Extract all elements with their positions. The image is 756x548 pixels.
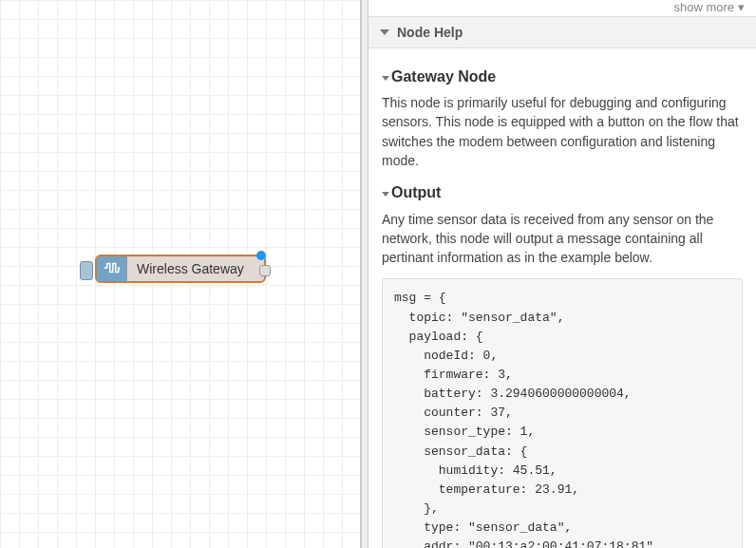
section-title: Node Help — [397, 25, 463, 40]
help-paragraph: Any time sensor data is received from an… — [382, 210, 743, 268]
panel-splitter[interactable] — [361, 0, 369, 548]
help-paragraph: This node is primarily useful for debugg… — [382, 93, 743, 170]
code-example: msg = { topic: "sensor_data", payload: {… — [382, 278, 743, 548]
chevron-down-icon: ▾ — [738, 0, 745, 14]
node-trigger-button[interactable] — [80, 261, 93, 280]
chevron-down-icon — [380, 29, 389, 35]
node-label: Wireless Gateway — [127, 261, 264, 276]
node-changed-indicator — [256, 251, 266, 260]
help-heading-gateway: Gateway Node — [382, 66, 743, 87]
sidebar: show more ▾ Node Help Gateway Node This … — [369, 0, 756, 548]
show-more-label: show more — [673, 0, 734, 14]
help-heading-gateway-text: Gateway Node — [391, 68, 496, 85]
chevron-down-icon — [382, 76, 389, 81]
help-section-header[interactable]: Node Help — [369, 16, 756, 48]
help-content[interactable]: Gateway Node This node is primarily usef… — [369, 48, 756, 548]
help-heading-output-text: Output — [391, 184, 441, 200]
flow-canvas[interactable]: Wireless Gateway — [0, 0, 361, 548]
chevron-down-icon — [382, 192, 389, 197]
show-more-link[interactable]: show more ▾ — [369, 0, 756, 16]
node-output-port[interactable] — [259, 265, 271, 276]
help-heading-output: Output — [382, 181, 743, 203]
node-icon — [97, 256, 127, 281]
waveform-icon — [104, 261, 121, 277]
gateway-node[interactable]: Wireless Gateway — [95, 255, 266, 283]
